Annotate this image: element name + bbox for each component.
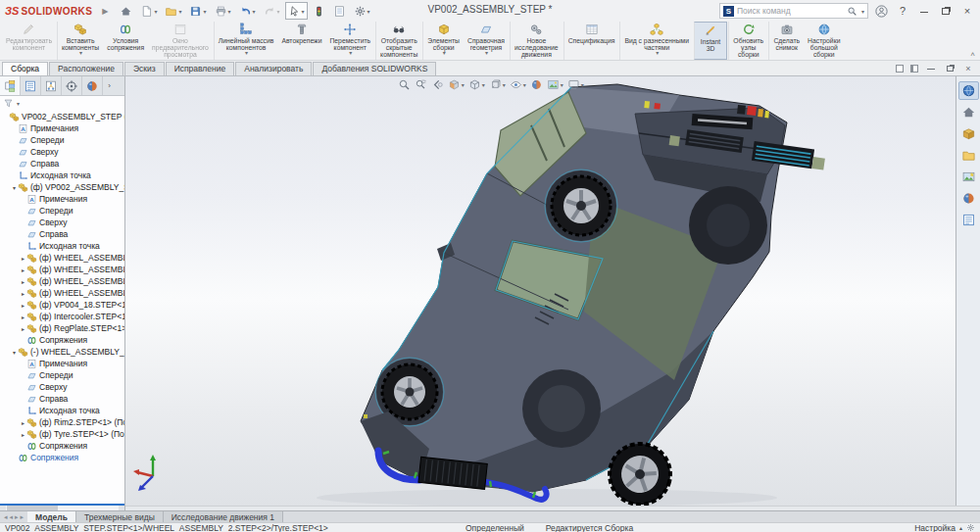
expand-arrow-icon[interactable]: ▸	[20, 325, 26, 332]
dropdown-caret-icon[interactable]: ▾	[245, 51, 248, 56]
panel-tab[interactable]	[82, 76, 103, 95]
ribbon-button[interactable]: Справочная геометрия ▾	[464, 22, 509, 60]
tree-item[interactable]: Примечания	[0, 193, 124, 205]
tree-item[interactable]: Сопряжения	[0, 452, 124, 463]
expand-arrow-icon[interactable]: ▸	[20, 419, 26, 426]
document-tab[interactable]: Исследование движения 1	[164, 511, 283, 522]
ribbon-button[interactable]: Отобразить скрытые компоненты	[375, 22, 421, 60]
tree-item[interactable]: Справа	[0, 228, 124, 240]
task-pane-tab[interactable]	[958, 103, 979, 121]
command-tab[interactable]: Сборка	[2, 62, 48, 75]
expand-arrow-icon[interactable]: ▸	[20, 431, 26, 438]
pane-toggle-right-icon[interactable]	[910, 65, 918, 73]
expand-arrow-icon[interactable]: ▸	[20, 278, 26, 285]
task-pane-tab[interactable]	[958, 124, 979, 143]
tree-item[interactable]: ▸ (ф) WHEEL_ASSEMBLY_2.STE	[0, 264, 124, 275]
ribbon-button[interactable]: Переместить компонент ▾	[325, 22, 374, 60]
configuration-label[interactable]: Настройка	[914, 523, 956, 532]
tree-item[interactable]: Сверху	[0, 217, 124, 228]
tree-item[interactable]: ▸ (ф) WHEEL_ASSEMBLY_2.STE	[0, 287, 124, 299]
tree-item[interactable]: ▾ (ф) VP002_ASSEMBLY_STEP.STEP-	[0, 181, 124, 193]
tree-item[interactable]: Исходная точка	[0, 169, 124, 181]
configuration-caret-icon[interactable]: ▴	[959, 524, 962, 531]
dropdown-caret-icon[interactable]: ▾	[228, 8, 231, 15]
view-tool-button[interactable]: ▾	[488, 77, 507, 92]
tab-next-icon[interactable]: ▸	[15, 513, 19, 521]
quick-access-button[interactable]: ▾	[212, 2, 234, 20]
dropdown-caret-icon[interactable]: ▾	[178, 8, 181, 15]
dropdown-caret-icon[interactable]: ▾	[656, 51, 659, 56]
expand-arrow-icon[interactable]: ▸	[20, 266, 26, 273]
ribbon-button[interactable]: Спецификация	[564, 22, 619, 60]
view-tool-button[interactable]: ▾	[546, 77, 564, 92]
tree-item[interactable]: ▸ (ф) WHEEL_ASSEMBLY_2.STE	[0, 275, 124, 287]
graphics-area[interactable]: ▾▾▾▾▾▾	[125, 76, 956, 506]
tree-item[interactable]: ▸ (ф) Intercooler.STEP<1> (По	[0, 311, 124, 322]
panel-tab[interactable]	[21, 76, 41, 95]
dropdown-caret-icon[interactable]: ▾	[523, 81, 526, 88]
ribbon-button[interactable]: Элементы сборки ▾	[422, 22, 464, 60]
expand-arrow-icon[interactable]: ▸	[20, 255, 26, 262]
ribbon-button[interactable]: Условия сопряжения	[103, 22, 148, 60]
tree-item[interactable]: ▸ (ф) RegPlate.STEP<1> (По ум	[0, 322, 124, 334]
ribbon-button[interactable]: Новое исследование движения	[510, 22, 563, 60]
view-tool-button[interactable]	[430, 77, 445, 92]
tree-item[interactable]: Исходная точка	[0, 240, 124, 252]
dropdown-caret-icon[interactable]: ▾	[368, 8, 370, 15]
view-tool-button[interactable]	[529, 77, 544, 92]
search-dropdown-caret-icon[interactable]: ▾	[861, 8, 864, 15]
ribbon-button[interactable]: Линейный массив компонентов ▾	[214, 22, 278, 60]
ribbon-button[interactable]: Сделать снимок	[768, 22, 804, 60]
ribbon-button[interactable]: Окно предварительного просмотра компонен…	[148, 22, 213, 60]
tree-item[interactable]: Сверху	[0, 146, 124, 158]
minimize-button[interactable]	[916, 4, 932, 18]
view-tool-button[interactable]	[397, 77, 412, 92]
menu-flyout-arrow-icon[interactable]: ▶	[102, 7, 108, 16]
dropdown-caret-icon[interactable]: ▾	[561, 81, 564, 88]
command-tab[interactable]: Расположение	[49, 62, 123, 75]
quick-access-button[interactable]: ▾	[162, 2, 184, 20]
dropdown-caret-icon[interactable]: ▾	[443, 51, 446, 56]
panel-tabs-overflow-icon[interactable]: ›	[103, 76, 116, 95]
ribbon-button[interactable]: Редактировать компонент	[2, 22, 56, 60]
view-tool-button[interactable]: ▾	[566, 77, 585, 92]
expand-arrow-icon[interactable]: ▾	[11, 349, 18, 356]
quick-access-button[interactable]: ▾	[285, 2, 308, 20]
task-pane-tab[interactable]	[958, 211, 979, 229]
tree-item[interactable]: ▸ (ф) Rim2.STEP<1> (По умолч	[0, 416, 124, 428]
tree-item[interactable]: Справа	[0, 158, 124, 169]
tree-horizontal-scrollbar[interactable]	[0, 506, 125, 510]
dropdown-caret-icon[interactable]: ▾	[462, 81, 465, 88]
quick-access-button[interactable]: ▾	[351, 2, 373, 20]
tree-item[interactable]: Примечания	[0, 358, 124, 369]
quick-access-button[interactable]: ▾	[261, 2, 283, 20]
ribbon-collapse-icon[interactable]: ˄	[970, 50, 975, 59]
expand-arrow-icon[interactable]: ▸	[20, 290, 26, 297]
ribbon-button[interactable]: Вставить компоненты ▾	[57, 22, 103, 60]
view-tool-button[interactable]: ▾	[509, 77, 527, 92]
tree-item[interactable]: Сопряжения	[0, 440, 124, 452]
tree-item[interactable]: Спереди	[0, 205, 124, 217]
filter-funnel-icon[interactable]	[3, 98, 14, 109]
task-pane-tab[interactable]	[958, 146, 979, 165]
dropdown-caret-icon[interactable]: ▾	[203, 8, 206, 15]
doc-close-button[interactable]: ×	[962, 64, 974, 73]
dropdown-caret-icon[interactable]: ▾	[277, 8, 280, 15]
tree-item[interactable]: ▸ (ф) Tyre.STEP<1> (По умолч	[0, 428, 124, 440]
view-tool-button[interactable]: ▾	[467, 77, 486, 92]
restore-button[interactable]	[938, 4, 954, 18]
panel-tab[interactable]	[41, 76, 62, 95]
scroll-left-icon[interactable]	[0, 506, 6, 510]
tree-item[interactable]: Исходная точка	[0, 405, 124, 416]
document-tab[interactable]: Модель	[27, 511, 76, 522]
command-tab[interactable]: Исправление	[166, 62, 235, 75]
scroll-thumb[interactable]	[7, 506, 58, 510]
ribbon-button[interactable]: Instant 3D	[694, 22, 727, 60]
pane-toggle-left-icon[interactable]	[896, 65, 904, 73]
task-pane-tab[interactable]	[958, 81, 979, 100]
tree-item[interactable]: Сверху	[0, 381, 124, 393]
tree-item[interactable]: Спереди	[0, 134, 124, 146]
quick-access-button[interactable]	[117, 2, 135, 20]
expand-arrow-icon[interactable]: ▸	[20, 314, 26, 320]
ribbon-button[interactable]: Вид с разнесенными частями ▾	[619, 22, 693, 60]
